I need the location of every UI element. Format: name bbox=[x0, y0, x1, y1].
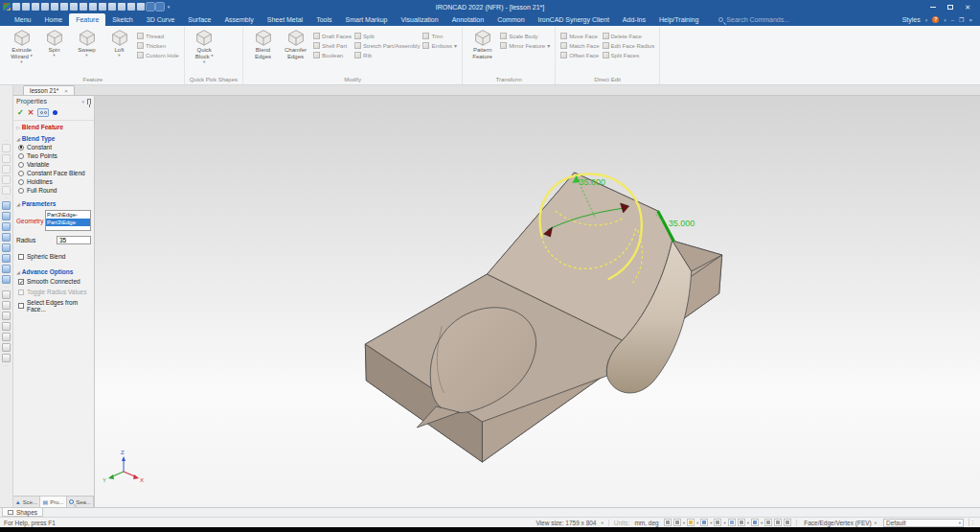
radio-icon[interactable] bbox=[18, 145, 24, 150]
radio-icon[interactable] bbox=[18, 162, 24, 168]
document-close-icon[interactable]: × bbox=[64, 88, 68, 94]
geometry-list[interactable]: Part3\Edge-Part3\Edge bbox=[45, 210, 91, 231]
shapes-tab[interactable]: Shapes bbox=[2, 508, 43, 517]
catalog-slab-icon[interactable] bbox=[2, 233, 11, 242]
tab-3d-curve[interactable]: 3D Curve bbox=[140, 13, 182, 26]
pin-icon[interactable] bbox=[87, 99, 91, 104]
render-settings-icon[interactable] bbox=[137, 3, 145, 11]
close-doc-icon[interactable]: × bbox=[969, 17, 972, 23]
selection-filter-dropdown[interactable]: Face/Edge/Vertex (FEV) ▾ bbox=[802, 520, 878, 526]
scale-body-button[interactable]: Scale Body bbox=[500, 33, 550, 39]
tab-sketch[interactable]: Sketch bbox=[105, 13, 139, 26]
spheric-blend-checkbox-row[interactable]: Spheric Blend bbox=[13, 251, 94, 262]
option-select-edges-from-face[interactable]: Select Edges from Face... bbox=[13, 297, 94, 314]
styles-menu[interactable]: Styles bbox=[902, 16, 921, 23]
geometry-item[interactable]: Part3\Edge bbox=[46, 219, 90, 226]
dropdown-caret-icon[interactable]: ▾ bbox=[696, 520, 698, 525]
configuration-dropdown[interactable]: Default ▾ bbox=[883, 519, 964, 527]
view-orientation-icon[interactable] bbox=[751, 519, 759, 526]
trim-button[interactable]: Trim bbox=[422, 33, 457, 39]
panel-tab-sce[interactable]: ▲Sce... bbox=[13, 497, 40, 507]
tab-home[interactable]: Home bbox=[38, 13, 70, 26]
tab-tools[interactable]: Tools bbox=[309, 13, 338, 26]
chamfer-edges-button[interactable]: ChamferEdges bbox=[281, 27, 310, 60]
emboss-button[interactable]: Emboss ▾ bbox=[422, 42, 457, 49]
option-smooth-connected[interactable]: Smooth Connected bbox=[13, 276, 94, 287]
radius-input[interactable] bbox=[57, 236, 91, 244]
app-logo-icon[interactable] bbox=[3, 3, 11, 11]
tab-surface[interactable]: Surface bbox=[181, 13, 217, 26]
section-parameters[interactable]: ◢Parameters bbox=[13, 197, 94, 208]
cancel-button[interactable]: ✕ bbox=[28, 108, 34, 117]
radio-icon[interactable] bbox=[18, 179, 24, 185]
new-scene-icon[interactable] bbox=[12, 3, 20, 11]
pick-filter-icon[interactable] bbox=[784, 519, 791, 526]
restore-doc-icon[interactable]: ❒ bbox=[959, 16, 964, 23]
tab-help-training[interactable]: Help/Training bbox=[652, 13, 705, 26]
catalog-torus-icon[interactable] bbox=[2, 265, 11, 273]
feature-header[interactable]: ▷Blend Feature bbox=[13, 121, 94, 132]
tab-feature[interactable]: Feature bbox=[69, 13, 105, 26]
mirror-feature-button[interactable]: Mirror Feature ▾ bbox=[500, 42, 550, 49]
tab-assembly[interactable]: Assembly bbox=[217, 13, 260, 26]
blend-type-option-full-round[interactable]: Full Round bbox=[13, 186, 94, 195]
quick-block-button[interactable]: QuickBlock *▾ bbox=[190, 27, 219, 64]
split-faces-button[interactable]: Split Faces bbox=[603, 52, 655, 58]
catalog-hole-block-icon[interactable] bbox=[2, 222, 11, 231]
dimension-tool-icon[interactable] bbox=[2, 301, 11, 310]
panel-menu-caret-icon[interactable]: ▾ bbox=[81, 99, 84, 104]
section-advance-options[interactable]: ◢Advance Options bbox=[13, 266, 94, 276]
catalog-wedge-icon[interactable] bbox=[2, 243, 11, 252]
undo-icon[interactable] bbox=[118, 3, 125, 11]
thread-button[interactable]: Thread bbox=[137, 33, 179, 39]
edit-face-radius-button[interactable]: Edit Face Radius bbox=[603, 42, 655, 49]
tab-add-ins[interactable]: Add-Ins bbox=[616, 13, 652, 26]
zoom-window-icon[interactable] bbox=[673, 519, 681, 526]
blend-type-option-constant-face-blend[interactable]: Constant Face Blend bbox=[13, 169, 94, 177]
redo-icon[interactable] bbox=[127, 3, 135, 11]
viewport-canvas[interactable]: 35.000 35.000 Z X Y bbox=[95, 96, 980, 507]
light-tool-icon[interactable] bbox=[2, 165, 11, 173]
close-icon[interactable]: ✕ bbox=[965, 4, 970, 11]
dropdown-caret-icon[interactable]: ▾ bbox=[683, 520, 685, 525]
units-value[interactable]: mm, deg bbox=[634, 520, 658, 526]
shadow-tool-icon[interactable] bbox=[2, 186, 11, 195]
render-style-icon[interactable] bbox=[687, 519, 695, 526]
angle-tool-icon[interactable] bbox=[2, 312, 11, 320]
link-file-icon[interactable] bbox=[70, 3, 78, 11]
tab-visualization[interactable]: Visualization bbox=[394, 13, 444, 26]
draft-annotation-icon[interactable] bbox=[738, 519, 745, 526]
blend-type-option-variable[interactable]: Variable bbox=[13, 160, 94, 169]
dropdown-caret-icon[interactable]: ▾ bbox=[747, 520, 749, 525]
blend-edges-button[interactable]: BlendEdges bbox=[248, 27, 278, 60]
tab-ironcad-synergy-client[interactable]: IronCAD Synergy Client bbox=[532, 13, 616, 26]
paste-icon[interactable] bbox=[99, 3, 106, 11]
render-tool-icon[interactable] bbox=[2, 154, 11, 163]
confirm-button[interactable]: ✓ bbox=[17, 108, 24, 117]
loft-button[interactable]: Loft▾ bbox=[104, 27, 134, 58]
zoom-select-icon[interactable] bbox=[664, 519, 672, 526]
pattern-feature-button[interactable]: PatternFeature bbox=[467, 27, 497, 60]
custom-hole-button[interactable]: Custom Hole bbox=[137, 52, 179, 58]
checkbox-icon[interactable] bbox=[18, 279, 24, 285]
tab-menu[interactable]: Menu bbox=[8, 13, 38, 26]
command-search[interactable]: Search Commands... bbox=[718, 13, 789, 26]
boolean-button[interactable]: Boolean bbox=[313, 52, 352, 58]
panel-tab-pro[interactable]: ▤Pro... bbox=[40, 497, 67, 507]
sketch-view-icon[interactable] bbox=[728, 519, 736, 526]
previous-view-icon[interactable] bbox=[764, 519, 772, 526]
note-tool-icon[interactable] bbox=[2, 354, 11, 362]
measure-tool-icon[interactable] bbox=[2, 290, 11, 299]
save-as-icon[interactable] bbox=[41, 3, 49, 11]
camera-tool-icon[interactable] bbox=[2, 144, 11, 152]
model-part[interactable] bbox=[365, 173, 721, 462]
panel-tab-sea[interactable]: Sea... bbox=[67, 497, 94, 507]
draft-faces-button[interactable]: Draft Faces bbox=[313, 33, 352, 39]
catalog-custom-icon[interactable] bbox=[2, 275, 11, 284]
shaded-display-on-icon[interactable] bbox=[147, 3, 154, 11]
split-button[interactable]: Split bbox=[354, 33, 420, 39]
tab-sheet-metal[interactable]: Sheet Metal bbox=[261, 13, 309, 26]
extrude-wizard-button[interactable]: ExtrudeWizard *▾ bbox=[7, 27, 36, 64]
customize-quick-access-icon[interactable]: ▾ bbox=[166, 3, 171, 11]
checkbox-icon[interactable] bbox=[18, 303, 24, 309]
